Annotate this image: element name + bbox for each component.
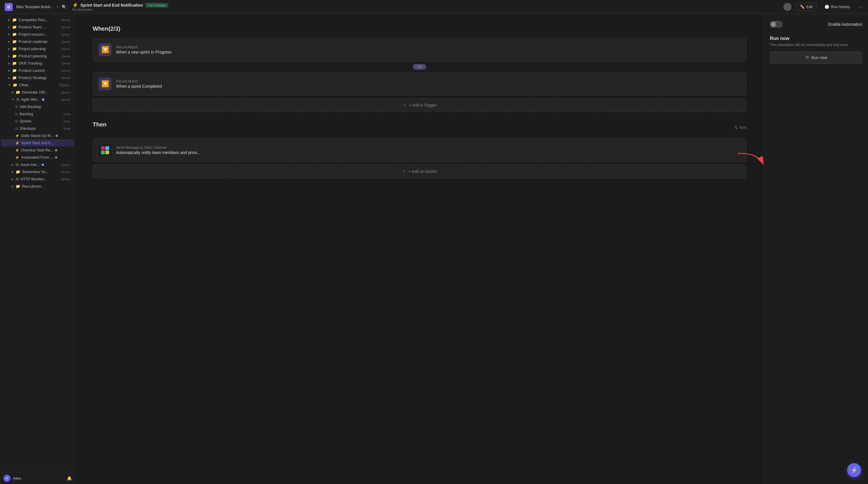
sidebar-item-automated-form[interactable]: ⚡ Automated Form ... [1,154,74,161]
automation-icon: ⚡ [15,141,20,145]
sidebar-item-agile-wor[interactable]: ▼ ⊞ Agile Wor... 8piece [1,96,74,103]
action-desc-1: Automatically notify team members and pr… [116,150,200,155]
trigger-card-1[interactable]: 🔽 Record Match When a new sprint In Prog… [93,38,746,62]
content-area: When(2/3) 🔽 Record Match When a new spri… [75,14,868,484]
run-history-button[interactable]: 🕐 Run history [821,3,854,11]
user-row: A Allen 🔔 [0,472,75,484]
then-section: Then ⇅ Sort [93,121,746,178]
sidebar-item-product-roadmap[interactable]: ▶ 📁 Product roadmap 2piece [1,38,74,45]
collapse-icon: ▶ [8,55,10,58]
edit-icon: ✏️ [800,5,805,9]
collapse-icon: ▶ [11,178,14,181]
edit-button[interactable]: ✏️ Edit [796,3,816,11]
add-trigger-label: + Add a Trigger [409,103,436,107]
status-dot [42,98,44,101]
trigger-card-2[interactable]: 🔽 Record Match When a sprint Completed [93,72,746,96]
folder-icon: 📁 [12,61,17,65]
sidebar-item-sprint-start[interactable]: ⚡ Sprint Start and E... [1,139,74,147]
sort-icon: ⇅ [735,125,738,130]
sidebar-item-daily-standup[interactable]: ⚡ Daily Stand-Up M... [1,132,74,139]
trigger-type-2: Record Match [116,79,162,84]
filter-icon: 🔽 [101,80,109,88]
add-action-button[interactable]: ＋ + Add an Action [93,164,746,178]
or-divider: OR [93,64,746,70]
collapse-icon: ▶ [8,62,10,65]
grid-icon: ⊞ [15,105,18,109]
run-now-button[interactable]: ⏱ Run now [770,52,862,64]
sidebar-item-product-team[interactable]: ▶ 📁 Product Team ... 2piece [1,24,74,31]
right-panel: Enable Automation Run now The automation… [764,14,868,484]
action-card-1[interactable]: Send Message to Slack Channel Automatica… [93,138,746,162]
run-now-description: The automation will run immediately and … [770,43,862,47]
add-trigger-button[interactable]: ＋ + Add a Trigger [93,98,746,112]
status-dot [55,149,57,151]
center-panel: When(2/3) 🔽 Record Match When a new spri… [75,14,764,484]
sidebar-item-issue-trac[interactable]: ▶ ⊞ Issue trac... 5piece [1,161,74,168]
sidebar-item-project-planning1[interactable]: ▶ 📁 Project planning 2piece [1,45,74,53]
grid-icon: ⊞ [15,112,18,116]
app-name-chevron-icon: ▾ [57,5,58,8]
automation-icon: ⚡ [15,156,20,160]
sidebar-item-project-res[interactable]: ▶ 📁 Project resourc... 3piece [1,31,74,38]
add-action-label: + Add an Action [408,169,437,174]
folder-icon: 📁 [16,184,20,189]
folder-icon: 📁 [12,54,17,58]
automation-icon: ⚡ [15,148,20,152]
sidebar-item-okr[interactable]: ▶ 📁 OKR Tracking 2piece [1,60,74,67]
action-container: Send Message to Slack Channel Automatica… [93,138,746,162]
notification-icon[interactable]: 🔔 [67,476,72,481]
sidebar-item-product-strategy[interactable]: ▶ 📁 Product Strategy 2piece [1,74,74,82]
search-icon[interactable]: 🔍 [62,5,67,9]
run-now-title: Run now [770,36,862,41]
topbar-actions: ✏️ Edit 🕐 Run history ⋯ [783,3,863,11]
automation-icon: ⚡ [15,134,20,138]
sidebar-item-http-monitor[interactable]: ▶ ⊞ HTTP Monitor... 4piece [1,175,74,183]
sidebar-item-product-planning[interactable]: ▶ 📁 Product planning 7piece [1,53,74,60]
enable-label: Enable Automation [828,22,862,27]
collapse-icon: ▶ [11,91,14,94]
sidebar-item-backlog[interactable]: ⊞ Backlog 5row [1,110,74,118]
collapse-icon: ▶ [8,47,10,51]
collapse-icon: ▶ [8,76,10,79]
sidebar-item-product-launch[interactable]: ▶ 📁 Product Launch 2piece [1,67,74,74]
trigger-info-2: Record Match When a sprint Completed [116,79,162,89]
plus-icon: ＋ [402,102,406,108]
sort-button[interactable]: ⇅ Sort [735,125,746,130]
run-icon: ⏱ [805,55,809,60]
sidebar-item-competitor[interactable]: ▶ 📁 Competitor Res... 8piece [1,16,74,24]
more-options-icon[interactable]: ⋯ [858,4,863,10]
sidebar-item-generate[interactable]: ▶ 📁 Generate 100... 4piece [1,89,74,96]
folder-icon: 📁 [12,39,17,44]
sidebar-item-recruitment[interactable]: ▶ 📁 Recruitmen... [1,183,74,190]
collapse-icon: ▶ [8,40,10,43]
collapse-icon: ▶ [11,185,14,188]
when-section-label: When(2/3) [93,26,746,32]
trigger-icon-box-1: 🔽 [99,43,112,56]
sidebar-item-other[interactable]: ▼ 📁 Other 88piece [1,82,74,89]
app-name: Bika Template Buildi... [16,5,53,9]
db-icon: ⊞ [16,162,19,167]
then-label: Then [93,121,106,128]
status-dot [56,135,58,137]
page-description: No description [72,8,780,11]
folder-icon: 📁 [16,90,20,94]
slack-icon-box [99,144,112,157]
sidebar-item-add-backlog[interactable]: ⊞ Add Backlog [1,103,74,110]
folder-icon: 📁 [12,75,17,80]
sidebar-item-sprints[interactable]: ⊞ Sprints 5row [1,118,74,125]
action-type-1: Send Message to Slack Channel [116,146,200,150]
lightning-icon: ⚡ [850,466,858,474]
user-avatar-sidebar: A [3,475,10,482]
enable-toggle[interactable] [770,21,783,28]
folder-icon: 📁 [12,68,17,73]
enable-automation-row: Enable Automation [770,21,862,28]
toggle-knob [771,22,776,27]
permission-badge: Can manage [145,3,168,7]
sidebar-item-standups[interactable]: ⊞ Standups 5row [1,125,74,132]
collapse-icon: ▶ [11,163,14,166]
sidebar-item-overdue-task[interactable]: ⚡ Overdue Task Re... [1,147,74,154]
db-icon: ⊞ [16,177,19,181]
sidebar-item-streamline[interactable]: ▶ 📁 Streamline Yo... 6piece [1,168,74,175]
collapse-icon: ▶ [8,18,10,22]
float-action-button[interactable]: ⚡ [847,463,861,477]
